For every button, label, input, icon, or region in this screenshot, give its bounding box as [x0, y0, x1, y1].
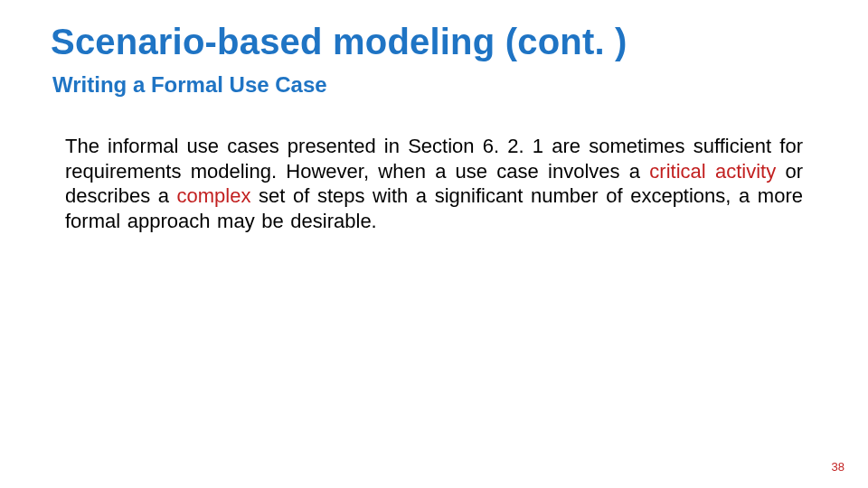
slide: Scenario-based modeling (cont. ) Writing…	[0, 0, 868, 488]
highlight-critical-activity: critical activity	[649, 160, 785, 183]
body-paragraph: The informal use cases presented in Sect…	[65, 134, 803, 233]
slide-title: Scenario-based modeling (cont. )	[51, 22, 627, 62]
slide-subtitle: Writing a Formal Use Case	[52, 72, 327, 98]
highlight-complex: complex	[177, 184, 259, 207]
page-number: 38	[832, 460, 844, 474]
